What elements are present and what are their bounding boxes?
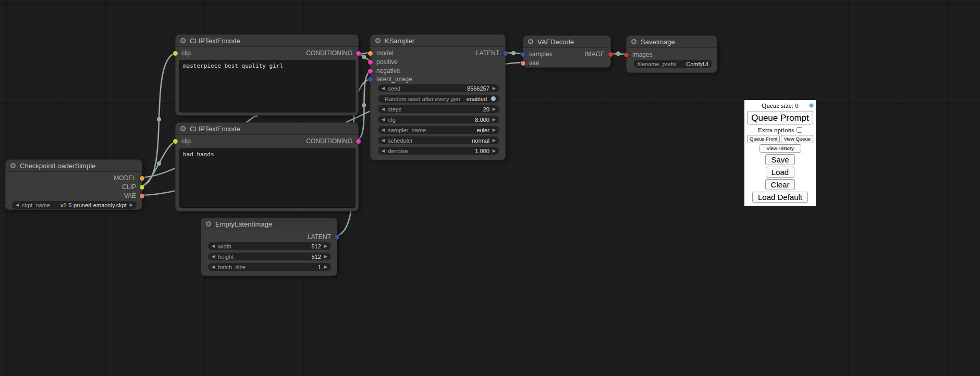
clip-slot-dot[interactable]: [173, 51, 178, 56]
widget-filename-prefix[interactable]: filename_prefix ComfyUI: [634, 60, 712, 68]
widget-sampler-name[interactable]: ◀ sampler_name euler ▶: [378, 126, 499, 134]
collapse-dot-icon[interactable]: [631, 39, 636, 44]
output-slot-image[interactable]: IMAGE: [584, 50, 613, 58]
clear-button[interactable]: Clear: [765, 179, 795, 190]
widget-scheduler[interactable]: ◀ scheduler normal ▶: [378, 136, 499, 144]
image-slot-dot[interactable]: [624, 53, 629, 57]
input-slot-clip[interactable]: clip: [173, 137, 191, 145]
input-slot-samples[interactable]: samples: [521, 50, 553, 58]
input-slot-model[interactable]: model: [368, 49, 394, 57]
queue-front-button[interactable]: Queue Front: [747, 135, 780, 143]
clip-slot-dot[interactable]: [140, 185, 144, 190]
decrement-arrow-icon[interactable]: ◀: [382, 107, 385, 111]
node-title-bar[interactable]: EmptyLatentImage: [201, 218, 337, 230]
settings-gear-icon[interactable]: [808, 102, 815, 109]
decrement-arrow-icon[interactable]: ◀: [382, 128, 385, 132]
view-history-button[interactable]: View History: [760, 144, 801, 153]
output-slot-clip[interactable]: CLIP: [122, 183, 144, 191]
conditioning-slot-dot[interactable]: [368, 60, 373, 65]
node-title-bar[interactable]: KSampler: [371, 35, 505, 47]
vae-slot-dot[interactable]: [521, 61, 525, 66]
decrement-arrow-icon[interactable]: ◀: [382, 118, 385, 122]
load-button[interactable]: Load: [766, 167, 794, 178]
decrement-arrow-icon[interactable]: ◀: [382, 149, 385, 153]
queue-prompt-button[interactable]: Queue Prompt: [747, 111, 813, 124]
increment-arrow-icon[interactable]: ▶: [493, 149, 496, 153]
node-vae-decode[interactable]: VAEDecode samples vae IMAGE: [523, 35, 611, 68]
widget-seed[interactable]: ◀ seed 8566257 ▶: [378, 84, 499, 92]
increment-arrow-icon[interactable]: ▶: [493, 118, 496, 122]
widget-height[interactable]: ◀ height 512 ▶: [208, 253, 331, 260]
node-title-bar[interactable]: CheckpointLoaderSimple: [6, 160, 142, 172]
node-title-bar[interactable]: SaveImage: [627, 36, 717, 48]
latent-slot-dot[interactable]: [503, 51, 508, 56]
increment-arrow-icon[interactable]: ▶: [324, 265, 327, 269]
decrement-arrow-icon[interactable]: ◀: [212, 255, 215, 259]
node-checkpoint-loader[interactable]: CheckpointLoaderSimple MODEL CLIP VAE ◀ …: [5, 159, 142, 210]
output-slot-latent[interactable]: LATENT: [476, 49, 508, 57]
model-slot-dot[interactable]: [140, 176, 144, 181]
decrement-arrow-icon[interactable]: ◀: [382, 86, 385, 91]
load-default-button[interactable]: Load Default: [752, 192, 808, 203]
node-save-image[interactable]: SaveImage images filename_prefix ComfyUI: [626, 35, 717, 73]
output-slot-vae[interactable]: VAE: [124, 192, 144, 200]
clip-slot-dot[interactable]: [173, 139, 178, 144]
latent-slot-dot[interactable]: [521, 52, 525, 57]
widget-steps[interactable]: ◀ steps 20 ▶: [378, 105, 499, 113]
collapse-dot-icon[interactable]: [10, 163, 16, 168]
increment-arrow-icon[interactable]: ▶: [493, 139, 496, 143]
decrement-arrow-icon[interactable]: ◀: [16, 203, 19, 207]
widget-random-seed-toggle[interactable]: Random seed after every gen enabled: [378, 95, 499, 103]
prompt-textarea[interactable]: bad hands: [179, 148, 356, 208]
collapse-dot-icon[interactable]: [206, 221, 211, 227]
input-slot-clip[interactable]: clip: [173, 49, 191, 57]
node-clip-text-encode-negative[interactable]: CLIPTextEncode clip CONDITIONING bad han…: [175, 122, 359, 211]
prompt-textarea[interactable]: masterpiece best quality girl: [179, 60, 356, 112]
vae-slot-dot[interactable]: [140, 194, 144, 198]
latent-slot-dot[interactable]: [368, 77, 373, 82]
output-slot-latent[interactable]: LATENT: [308, 233, 339, 241]
increment-arrow-icon[interactable]: ▶: [493, 128, 496, 132]
node-clip-text-encode-positive[interactable]: CLIPTextEncode clip CONDITIONING masterp…: [175, 34, 359, 116]
widget-denoise[interactable]: ◀ denoise 1.000 ▶: [378, 147, 499, 155]
increment-arrow-icon[interactable]: ▶: [324, 244, 327, 248]
conditioning-slot-dot[interactable]: [368, 69, 373, 73]
collapse-dot-icon[interactable]: [375, 38, 381, 43]
model-slot-dot[interactable]: [368, 51, 373, 56]
node-title-bar[interactable]: CLIPTextEncode: [176, 123, 358, 135]
node-title-bar[interactable]: VAEDecode: [523, 36, 610, 48]
conditioning-slot-dot[interactable]: [356, 51, 361, 56]
latent-slot-dot[interactable]: [335, 235, 339, 240]
output-slot-conditioning[interactable]: CONDITIONING: [306, 137, 361, 145]
node-empty-latent-image[interactable]: EmptyLatentImage LATENT ◀ width 512 ▶ ◀ …: [201, 218, 337, 276]
output-slot-conditioning[interactable]: CONDITIONING: [306, 49, 361, 57]
widget-width[interactable]: ◀ width 512 ▶: [208, 242, 331, 250]
decrement-arrow-icon[interactable]: ◀: [212, 244, 215, 248]
view-queue-button[interactable]: View Queue: [781, 135, 813, 143]
toggle-indicator-icon[interactable]: [491, 96, 496, 101]
image-slot-dot[interactable]: [608, 52, 613, 57]
node-title-bar[interactable]: CLIPTextEncode: [176, 35, 358, 47]
input-slot-positive[interactable]: positive: [368, 58, 398, 66]
input-slot-negative[interactable]: negative: [368, 67, 400, 75]
increment-arrow-icon[interactable]: ▶: [493, 86, 496, 91]
increment-arrow-icon[interactable]: ▶: [493, 107, 496, 111]
output-slot-model[interactable]: MODEL: [114, 174, 144, 182]
conditioning-slot-dot[interactable]: [356, 139, 361, 144]
node-ksampler[interactable]: KSampler model positive negative latent_…: [370, 34, 506, 160]
collapse-dot-icon[interactable]: [528, 39, 533, 44]
increment-arrow-icon[interactable]: ▶: [324, 255, 327, 259]
save-button[interactable]: Save: [765, 154, 794, 165]
input-slot-images[interactable]: images: [624, 51, 653, 59]
increment-arrow-icon[interactable]: ▶: [130, 203, 133, 207]
input-slot-latent-image[interactable]: latent_image: [368, 75, 412, 83]
collapse-dot-icon[interactable]: [180, 126, 186, 131]
widget-cfg[interactable]: ◀ cfg 8.000 ▶: [378, 116, 499, 123]
widget-batch-size[interactable]: ◀ batch_size 1 ▶: [208, 263, 331, 271]
decrement-arrow-icon[interactable]: ◀: [212, 265, 215, 269]
node-graph-canvas[interactable]: CheckpointLoaderSimple MODEL CLIP VAE ◀ …: [0, 0, 980, 376]
widget-ckpt-name[interactable]: ◀ ckpt_name v1-5-pruned-emaonly.ckpt ▶: [12, 201, 137, 209]
input-slot-vae[interactable]: vae: [521, 59, 539, 67]
extra-options-checkbox[interactable]: [797, 127, 802, 133]
decrement-arrow-icon[interactable]: ◀: [382, 139, 385, 143]
